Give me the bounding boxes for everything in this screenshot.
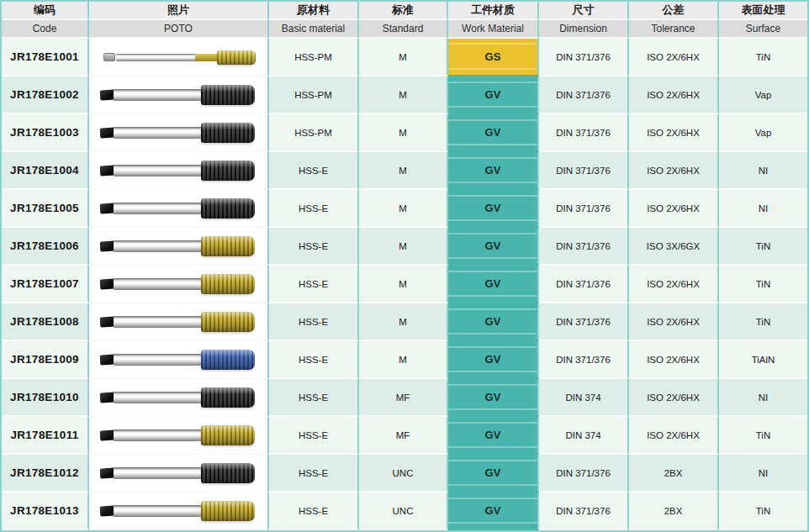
- surface-cell: TiN: [719, 39, 807, 76]
- tap-shank: [114, 240, 203, 252]
- code-cell: JR178E1004: [2, 152, 89, 190]
- material-cell: HSS-E: [269, 417, 359, 455]
- column-header-surface-en: Surface: [719, 20, 807, 39]
- tap-threaded-head: [201, 236, 255, 256]
- product-photo: [96, 42, 261, 72]
- column-header-standard-cn: 标准: [359, 2, 448, 20]
- tolerance-cell: ISO 2X/6HX: [629, 303, 719, 341]
- material-cell: HSS-E: [269, 266, 359, 303]
- tap-threaded-head: [217, 50, 256, 65]
- work-material-label: GV: [485, 202, 501, 214]
- standard-cell: M: [359, 228, 448, 266]
- tap-threaded-head: [201, 161, 255, 181]
- tap-threaded-head: [201, 387, 255, 408]
- material-cell: HSS-E: [269, 228, 359, 266]
- table-row: JR178E1004 HSS-E M GV DIN 371/376 ISO 2X…: [2, 152, 807, 190]
- code-cell: JR178E1010: [2, 379, 89, 417]
- photo-cell: [89, 152, 269, 190]
- dimension-cell: DIN 374: [539, 379, 629, 417]
- tap-shank: [114, 392, 203, 403]
- code-cell: JR178E1006: [2, 228, 89, 266]
- work-material-cell: GV: [448, 76, 539, 114]
- column-header-tolerance-en: Tolerance: [629, 20, 719, 39]
- standard-cell: MF: [359, 379, 448, 417]
- tap-shank: [114, 165, 203, 176]
- table-row: JR178E1006 HSS-E M GV DIN 371/376 ISO 3X…: [2, 228, 807, 266]
- dimension-cell: DIN 371/376: [539, 114, 629, 152]
- tolerance-cell: ISO 2X/6HX: [629, 266, 719, 303]
- table-row: JR178E1010 HSS-E MF GV DIN 374 ISO 2X/6H…: [2, 379, 807, 417]
- surface-cell: TiAlN: [719, 341, 807, 379]
- dimension-cell: DIN 371/376: [539, 76, 629, 114]
- standard-cell: MF: [359, 417, 448, 455]
- tap-square-end: [103, 53, 115, 61]
- surface-cell: NI: [719, 455, 807, 492]
- tap-threaded-head: [201, 350, 255, 370]
- photo-cell: [89, 492, 269, 530]
- material-cell: HSS-E: [269, 303, 359, 341]
- standard-cell: M: [359, 76, 448, 114]
- column-header-code-cn: 编码: [2, 2, 89, 20]
- surface-cell: TiN: [719, 417, 807, 455]
- standard-cell: M: [359, 114, 448, 152]
- standard-cell: M: [359, 266, 448, 303]
- tolerance-cell: ISO 2X/6HX: [629, 341, 719, 379]
- tap-shank: [114, 316, 203, 328]
- tolerance-cell: ISO 3X/6GX: [629, 228, 719, 266]
- tap-shank: [114, 127, 203, 139]
- standard-cell: UNC: [359, 492, 448, 530]
- dimension-cell: DIN 371/376: [539, 492, 629, 530]
- product-photo: [96, 231, 261, 261]
- dimension-cell: DIN 371/376: [539, 228, 629, 266]
- table-header-row-cn: 编码 照片 原材料 标准 工件材质 尺寸 公差 表面处理: [2, 2, 807, 20]
- product-photo: [96, 269, 261, 299]
- tap-shank: [114, 278, 203, 290]
- surface-cell: TiN: [719, 492, 807, 530]
- work-material-cell: GV: [448, 379, 539, 417]
- material-cell: HSS-PM: [269, 114, 359, 152]
- product-photo: [96, 345, 261, 375]
- photo-cell: [89, 417, 269, 455]
- standard-cell: M: [359, 190, 448, 228]
- photo-cell: [89, 341, 269, 379]
- product-photo: [96, 307, 261, 337]
- work-material-label: GV: [485, 391, 501, 403]
- work-material-cell: GS: [448, 39, 539, 76]
- tolerance-cell: 2BX: [629, 455, 719, 492]
- code-cell: JR178E1002: [2, 76, 89, 114]
- product-photo: [96, 420, 261, 450]
- tap-threaded-head: [201, 425, 255, 445]
- tap-shank: [114, 89, 203, 101]
- dimension-cell: DIN 371/376: [539, 303, 629, 341]
- column-header-work-en: Work Material: [448, 20, 539, 39]
- column-header-surface-cn: 表面处理: [719, 2, 807, 20]
- material-cell: HSS-PM: [269, 76, 359, 114]
- table-row: JR178E1009 HSS-E M GV DIN 371/376 ISO 2X…: [2, 341, 807, 379]
- table-row: JR178E1007 HSS-E M GV DIN 371/376 ISO 2X…: [2, 266, 807, 303]
- tolerance-cell: ISO 2X/6HX: [629, 39, 719, 76]
- material-cell: HSS-E: [269, 455, 359, 492]
- code-cell: JR178E1001: [2, 39, 89, 76]
- work-material-label: GS: [485, 50, 501, 63]
- dimension-cell: DIN 374: [539, 417, 629, 455]
- standard-cell: M: [359, 152, 448, 190]
- code-cell: JR178E1005: [2, 190, 89, 228]
- standard-cell: M: [359, 303, 448, 341]
- photo-cell: [89, 303, 269, 341]
- photo-cell: [89, 76, 269, 114]
- product-photo: [96, 155, 261, 186]
- work-material-cell: GV: [448, 114, 539, 152]
- tap-threaded-head: [201, 85, 255, 105]
- code-cell: JR178E1007: [2, 266, 89, 303]
- surface-cell: Vap: [719, 114, 807, 152]
- product-photo: [96, 193, 261, 224]
- table-row: JR178E1008 HSS-E M GV DIN 371/376 ISO 2X…: [2, 303, 807, 341]
- work-material-cell: GV: [448, 455, 539, 492]
- photo-cell: [89, 455, 269, 492]
- work-material-cell: GV: [448, 190, 539, 228]
- material-cell: HSS-E: [269, 379, 359, 417]
- tap-threaded-head: [201, 274, 255, 294]
- tolerance-cell: ISO 2X/6HX: [629, 379, 719, 417]
- standard-cell: UNC: [359, 455, 448, 492]
- tap-threaded-head: [201, 463, 255, 483]
